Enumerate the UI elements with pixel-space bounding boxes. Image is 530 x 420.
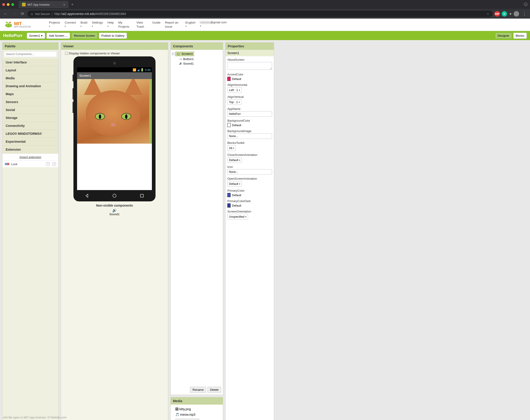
upload-file-button[interactable]: Upload File ... (175, 419, 199, 420)
icon-input[interactable] (227, 169, 272, 175)
palette-cat-connectivity[interactable]: Connectivity (2, 122, 58, 130)
backgroundimage-input[interactable] (227, 133, 272, 139)
nav-settings[interactable]: Settings▾ (92, 20, 103, 29)
logo-text: MIT APP INVENTOR (14, 21, 31, 28)
palette-cat-media[interactable]: Media (2, 74, 58, 82)
appname-input[interactable] (227, 111, 272, 117)
tree-button1[interactable]: ▭ Button1 (172, 57, 221, 61)
palette-cat-experimental[interactable]: Experimental (2, 138, 58, 146)
palette-cat-sensors[interactable]: Sensors (2, 98, 58, 106)
designer-tab[interactable]: Designer (495, 33, 512, 39)
nav-report-issue[interactable]: Report an Issue (165, 20, 181, 29)
extensions-icon[interactable]: ✦ (509, 12, 512, 16)
palette-cat-maps[interactable]: Maps (2, 90, 58, 98)
forward-button[interactable]: → (11, 11, 18, 17)
blockstoolkit-select[interactable]: All▾ (227, 145, 236, 151)
star-icon[interactable]: ☆ (486, 12, 489, 16)
tabs-dropdown-icon[interactable] (524, 2, 528, 7)
browser-url-bar: ← → ⟳ ⚠ Not Secure | http://ai2.appinven… (0, 9, 530, 19)
nav-guide[interactable]: Guide (152, 20, 161, 29)
prop-primarycolordark: PrimaryColorDark Default (227, 199, 272, 208)
close-tab-icon[interactable]: × (63, 3, 65, 6)
close-window-icon[interactable] (2, 3, 5, 6)
palette-cat-social[interactable]: Social (2, 106, 58, 114)
project-title: HelloPurr (3, 33, 23, 38)
back-button[interactable]: ← (2, 11, 9, 17)
prop-closeanimation: CloseScreenAnimation Default▾ (227, 153, 272, 163)
palette-search (4, 51, 57, 57)
nav-build[interactable]: Build▾ (80, 20, 87, 29)
app-logo[interactable]: MIT APP INVENTOR (4, 21, 31, 28)
blocks-tab[interactable]: Blocks (513, 33, 527, 39)
tree-sound1[interactable]: 🔊 Sound1 (172, 61, 221, 66)
grammarly-extension-icon[interactable]: G (502, 11, 507, 16)
back-soft-key-icon (85, 193, 89, 198)
insecure-icon: ⚠ (30, 12, 33, 16)
accentcolor-picker[interactable]: Default (227, 77, 272, 81)
reload-button[interactable]: ⟳ (19, 10, 26, 17)
browser-tab[interactable]: MIT App Inventor × (19, 1, 68, 8)
import-extension-link[interactable]: Import extension (2, 154, 58, 161)
tree-collapse-icon[interactable]: − (172, 53, 174, 55)
palette-cat-storage[interactable]: Storage (2, 114, 58, 122)
extension-subpanel: Import extension Look ? ✕ (2, 154, 58, 167)
palette-item-look[interactable]: Look ? ✕ (2, 161, 58, 167)
nav-help[interactable]: Help▾ (107, 20, 114, 29)
alignvertical-select[interactable]: Top : 1▾ (227, 99, 241, 105)
profile-avatar-icon[interactable] (514, 11, 519, 16)
browser-menu-icon[interactable]: ⋮ (521, 11, 528, 16)
tab-favicon-icon (22, 3, 26, 6)
aboutscreen-input[interactable] (227, 62, 272, 70)
status-time: 9:48 (145, 68, 150, 71)
primarycolordark-picker[interactable]: Default (227, 203, 272, 208)
minimize-window-icon[interactable] (7, 3, 10, 6)
palette-cat-ui[interactable]: User Interface (2, 58, 58, 66)
rename-button[interactable]: Rename (190, 387, 206, 393)
screen-content[interactable] (77, 79, 152, 190)
nonvisible-sound1[interactable]: 🔊 Sound1 (109, 208, 120, 216)
nav-my-projects[interactable]: My Projects (118, 20, 132, 29)
palette-cat-layout[interactable]: Layout (2, 66, 58, 74)
closeanimation-select[interactable]: Default▾ (227, 157, 242, 163)
tree-screen1[interactable]: − ▢ Screen1 (172, 51, 221, 57)
prop-blockstoolkit: BlocksToolkit All▾ (227, 141, 272, 151)
nav-projects[interactable]: Projects▾ (49, 20, 60, 29)
remove-screen-button[interactable]: Remove Screen (71, 33, 98, 39)
hidden-components-toggle[interactable]: Display hidden components in Viewer (65, 52, 120, 55)
prop-backgroundimage: BackgroundImage (227, 129, 272, 139)
delete-button[interactable]: Delete (207, 387, 221, 393)
button1-kitty-image[interactable] (77, 79, 149, 144)
help-icon[interactable]: ? (46, 162, 50, 166)
primarycolor-picker[interactable]: Default (227, 193, 272, 197)
look-icon (5, 163, 9, 165)
checkbox-icon[interactable] (65, 52, 68, 55)
screenorientation-select[interactable]: Unspecified▾ (227, 214, 248, 220)
add-screen-button[interactable]: Add Screen ... (46, 33, 70, 39)
nav-english[interactable]: English▾ (185, 20, 195, 29)
openanimation-select[interactable]: Default▾ (227, 181, 242, 187)
publish-button[interactable]: Publish to Gallery (99, 33, 127, 39)
media-item-meow[interactable]: 🎵 meow.mp3 (175, 412, 218, 417)
palette-cat-drawing[interactable]: Drawing and Animation (2, 82, 58, 90)
alignhorizontal-select[interactable]: Left : 1▾ (227, 87, 242, 93)
delete-extension-icon[interactable]: ✕ (52, 162, 56, 166)
new-tab-button[interactable]: + (71, 2, 74, 7)
media-panel: Media 🖼 kitty.png 🎵 meow.mp3 Upload File… (170, 397, 223, 420)
phone-screen[interactable]: 📶 ◢ 🔋 9:48 Screen1 (77, 67, 152, 190)
maximize-window-icon[interactable] (11, 3, 14, 6)
insecure-label: Not Secure (35, 12, 50, 16)
window-controls (2, 3, 14, 6)
palette-cat-lego[interactable]: LEGO® MINDSTORMS® (2, 130, 58, 138)
nav-connect[interactable]: Connect▾ (65, 20, 76, 29)
nav-view-trash[interactable]: View Trash (136, 20, 148, 29)
screen-dropdown[interactable]: Screen1 ▾ (27, 33, 45, 39)
prop-backgroundcolor: BackgroundColor Default (227, 119, 272, 127)
phone-soft-keys (74, 192, 156, 199)
nav-user-email[interactable]: xxxxxxx@gmail.com▾ (200, 20, 227, 29)
backgroundcolor-picker[interactable]: Default (227, 123, 272, 127)
palette-cat-extension[interactable]: Extension (2, 146, 58, 154)
address-bar[interactable]: ⚠ Not Secure | http://ai2.appinventor.mi… (28, 11, 493, 17)
media-item-kitty[interactable]: 🖼 kitty.png (175, 406, 218, 412)
abp-extension-icon[interactable]: ABP (494, 11, 500, 16)
search-input[interactable] (4, 51, 57, 57)
